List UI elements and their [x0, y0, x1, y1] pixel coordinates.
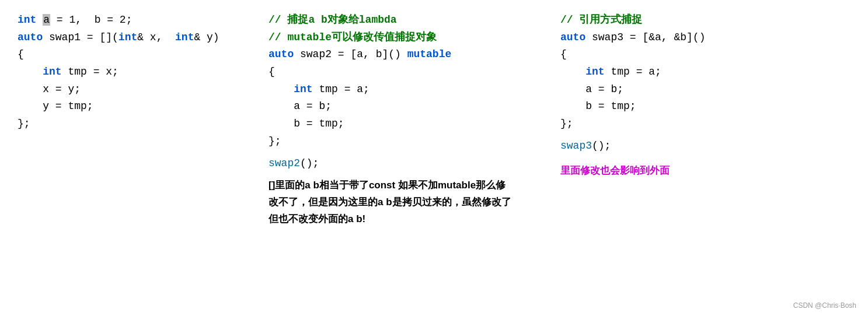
note-text: []里面的a b相当于带了const 如果不加mutable那么修 改不了，但是… [269, 177, 549, 228]
column-3: // 引用方式捕捉 auto swap3 = [&a, &b]() { int … [560, 12, 811, 178]
comment-line-2: // mutable可以修改传值捕捉对象 [269, 29, 549, 47]
call-swap3: swap3(); [560, 138, 811, 155]
highlight-text: 里面修改也会影响到外面 [560, 163, 811, 178]
call-swap2: swap2(); [269, 155, 549, 172]
code-block-1: int a = 1, b = 2; auto swap1 = [](int& x… [18, 12, 257, 133]
code-block-2: auto swap2 = [a, b]() mutable { int tmp … [269, 46, 549, 150]
watermark: CSDN @Chris·Bosh [793, 300, 856, 311]
column-1: int a = 1, b = 2; auto swap1 = [](int& x… [18, 12, 269, 133]
comment-line-3: // 引用方式捕捉 [560, 12, 811, 29]
main-container: int a = 1, b = 2; auto swap1 = [](int& x… [18, 12, 850, 228]
column-2: // 捕捉a b对象给lambda // mutable可以修改传值捕捉对象 a… [269, 12, 560, 228]
comment-line-1: // 捕捉a b对象给lambda [269, 12, 549, 29]
code-block-3: auto swap3 = [&a, &b]() { int tmp = a; a… [560, 29, 811, 133]
